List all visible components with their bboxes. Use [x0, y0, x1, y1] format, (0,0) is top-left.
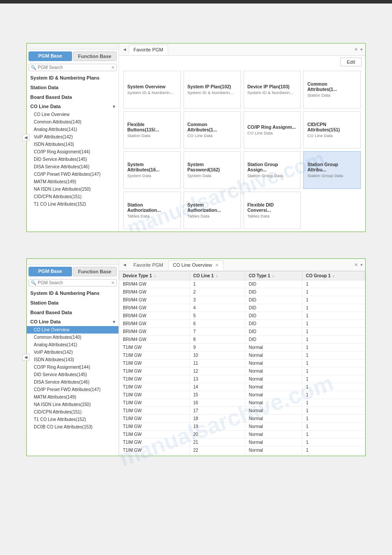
nav2-co-line-overview[interactable]: CO Line Overview [27, 326, 119, 334]
nav2-t1-co-line[interactable]: T1 CO Line Attributes(152) [27, 416, 119, 423]
table-row[interactable]: BRI/M4 GW6DID1 [119, 320, 365, 328]
pgm-card-0[interactable]: System Overview System ID & Numberin... [123, 71, 181, 109]
tab-nav-arrow[interactable]: ◄ [121, 47, 129, 52]
table-scroll[interactable]: Device Type 1 ↕ CO Line 1 ↕ CO Type 1 ↕ [119, 271, 365, 456]
table-row[interactable]: BRI/M4 GW3DID1 [119, 296, 365, 304]
tab2-favorite-pgm[interactable]: Favorite PGM [129, 260, 168, 270]
nav-coip-ring[interactable]: CO/IP Ring Assignment(144) [27, 148, 119, 156]
nav-co-line-overview[interactable]: CO Line Overview [27, 111, 119, 118]
nav-cid-cpn[interactable]: CID/CPN Attributes(151) [27, 193, 119, 200]
nav-common-attributes[interactable]: Common Attributes(140) [27, 118, 119, 126]
col-device-type[interactable]: Device Type 1 ↕ [119, 272, 190, 280]
table-row[interactable]: T1IM GW10Normal1 [119, 352, 365, 359]
sidebar-collapse-arrow[interactable]: ◄ [22, 134, 29, 141]
tab-nav-arrow2[interactable]: ◄ [121, 262, 129, 267]
function-base-tab[interactable]: Function Base [73, 51, 117, 61]
table-row[interactable]: T1IM GW16Normal1 [119, 399, 365, 407]
cell-co-group: 1 [302, 431, 365, 439]
nav-board-based[interactable]: Board Based Data [27, 92, 119, 102]
pgm-card-8[interactable]: System Attributes(16... System Data [123, 151, 181, 189]
table-row[interactable]: T1IM GW21Normal1 [119, 439, 365, 446]
nav-disa-service[interactable]: DISA Service Attributes(146) [27, 163, 119, 170]
sidebar2-collapse-arrow[interactable]: ◄ [22, 354, 29, 361]
tab2-up-arrow[interactable]: ✕ [353, 262, 359, 267]
pgm-base-tab[interactable]: PGM Base [29, 51, 72, 61]
table-row[interactable]: T1IM GW13Normal1 [119, 375, 365, 383]
nav-voip-attributes[interactable]: VoIP Attributes(142) [27, 133, 119, 141]
table-row[interactable]: BRI/M4 GW2DID1 [119, 288, 365, 296]
search-input2[interactable] [38, 280, 109, 285]
pgm-card-9[interactable]: System Password(162) System Data [183, 151, 241, 189]
clear-icon2[interactable]: ✕ [111, 280, 115, 285]
pgm-base-tab2[interactable]: PGM Base [29, 267, 72, 276]
nav2-coip-preset[interactable]: CO/IP Preset FWD Attributes(147) [27, 386, 119, 393]
tab2-co-line-overview[interactable]: CO Line Overview ✕ [168, 260, 223, 270]
col-co-type[interactable]: CO Type 1 ↕ [245, 272, 302, 280]
function-base-tab2[interactable]: Function Base [73, 267, 117, 276]
table-row[interactable]: T1IM GW19Normal1 [119, 423, 365, 431]
pgm-card-13[interactable]: System Authorization... Tables Data [183, 192, 241, 229]
pgm-card-5[interactable]: Common Attributes(1... CO Line Data [183, 111, 241, 149]
pgm-card-2[interactable]: Device IP Plan(103) System ID & Numberin… [244, 71, 301, 109]
pgm-card-1[interactable]: System IP Plan(102) System ID & Numberin… [183, 71, 241, 109]
nav2-station-data[interactable]: Station Data [27, 298, 119, 308]
nav2-cid-cpn[interactable]: CID/CPN Attributes(151) [27, 408, 119, 416]
nav-t1-co-line[interactable]: T1 CO Line Attributes(152) [27, 200, 119, 208]
nav2-voip-attributes[interactable]: VoIP Attributes(142) [27, 348, 119, 356]
col-co-group[interactable]: CO Group 1 ↕ [302, 272, 365, 280]
nav-coip-preset[interactable]: CO/IP Preset FWD Attributes(147) [27, 170, 119, 178]
table-row[interactable]: T1IM GW11Normal1 [119, 359, 365, 367]
nav2-matm[interactable]: MATM Attributes(149) [27, 393, 119, 401]
table-row[interactable]: T1IM GW23Normal1 [119, 454, 365, 456]
nav2-analog-attributes[interactable]: Analog Attributes(141) [27, 341, 119, 348]
pgm-card-6[interactable]: CO/IP Ring Assignm... CO Line Data [244, 111, 301, 149]
table-row[interactable]: T1IM GW17Normal1 [119, 407, 365, 415]
pgm-card-3[interactable]: Common Attributes(1... Station Data [303, 71, 361, 109]
col-co-line[interactable]: CO Line 1 ↕ [190, 272, 245, 280]
nav2-system-id[interactable]: System ID & Numbering Plans [27, 288, 119, 298]
pgm-card-12[interactable]: Station Authorization... Tables Data [123, 192, 181, 229]
pgm-card-10[interactable]: Station Group Assign... Station Group Da… [244, 151, 301, 189]
table-row[interactable]: BRI/M4 GW5DID1 [119, 312, 365, 320]
table-row[interactable]: T1IM GW12Normal1 [119, 367, 365, 375]
nav-system-id[interactable]: System ID & Numbering Plans [27, 73, 119, 83]
nav2-co-line-data[interactable]: CO Line Data ▾ [27, 317, 119, 326]
tab-up-arrow[interactable]: ✕ [353, 47, 359, 52]
nav-matm[interactable]: MATM Attributes(149) [27, 178, 119, 185]
nav-co-line-data[interactable]: CO Line Data ▾ [27, 102, 119, 111]
pgm-card-14[interactable]: Flexible DID Conversi... Tables Data [244, 192, 301, 229]
table-row[interactable]: T1IM GW20Normal1 [119, 431, 365, 439]
table-row[interactable]: BRI/M4 GW4DID1 [119, 304, 365, 312]
tab-favorite-pgm[interactable]: Favorite PGM [129, 45, 168, 54]
nav2-board-based[interactable]: Board Based Data [27, 308, 119, 317]
table-row[interactable]: T1IM GW22Normal1 [119, 446, 365, 454]
edit-button[interactable]: Edit [340, 58, 362, 66]
nav2-dc0b-co-line[interactable]: DC0B CO Line Attributes(153) [27, 423, 119, 431]
nav-na-isdn[interactable]: NA ISDN Line Attributes(150) [27, 185, 119, 193]
table-row[interactable]: T1IM GW15Normal1 [119, 391, 365, 399]
table-row[interactable]: T1IM GW18Normal1 [119, 415, 365, 423]
pgm-card-4[interactable]: Flexible Buttons(115/... Station Data [123, 111, 181, 149]
nav-isdn-attributes[interactable]: ISDN Attributes(143) [27, 141, 119, 148]
table-row[interactable]: BRI/M4 GW7DID1 [119, 328, 365, 336]
nav2-coip-ring[interactable]: CO/IP Ring Assignment(144) [27, 363, 119, 371]
nav-did-service[interactable]: DID Service Attributes(145) [27, 156, 119, 163]
nav2-common-attributes[interactable]: Common Attributes(140) [27, 334, 119, 341]
nav-station-data[interactable]: Station Data [27, 83, 119, 92]
nav-analog-attributes[interactable]: Analog Attributes(141) [27, 126, 119, 133]
nav2-isdn-attributes[interactable]: ISDN Attributes(143) [27, 356, 119, 363]
tab-down-arrow[interactable]: ▾ [360, 47, 363, 52]
tab2-close[interactable]: ✕ [215, 263, 219, 268]
table-row[interactable]: BRI/M4 GW1DID1 [119, 280, 365, 288]
pgm-card-7[interactable]: CID/CPN Attributes(151) CO Line Data [303, 111, 361, 149]
search-input[interactable] [38, 65, 109, 70]
pgm-card-11[interactable]: Station Group Attribu... Station Group D… [303, 151, 361, 189]
table-row[interactable]: T1IM GW14Normal1 [119, 383, 365, 391]
nav2-disa-service[interactable]: DISA Service Attributes(146) [27, 378, 119, 386]
nav2-did-service[interactable]: DID Service Attributes(145) [27, 371, 119, 378]
nav2-na-isdn[interactable]: NA ISDN Line Attributes(150) [27, 401, 119, 408]
table-row[interactable]: BRI/M4 GW8DID1 [119, 336, 365, 344]
clear-icon[interactable]: ✕ [111, 65, 115, 70]
tab2-down-arrow[interactable]: ▾ [360, 262, 363, 267]
table-row[interactable]: T1IM GW9Normal1 [119, 344, 365, 352]
